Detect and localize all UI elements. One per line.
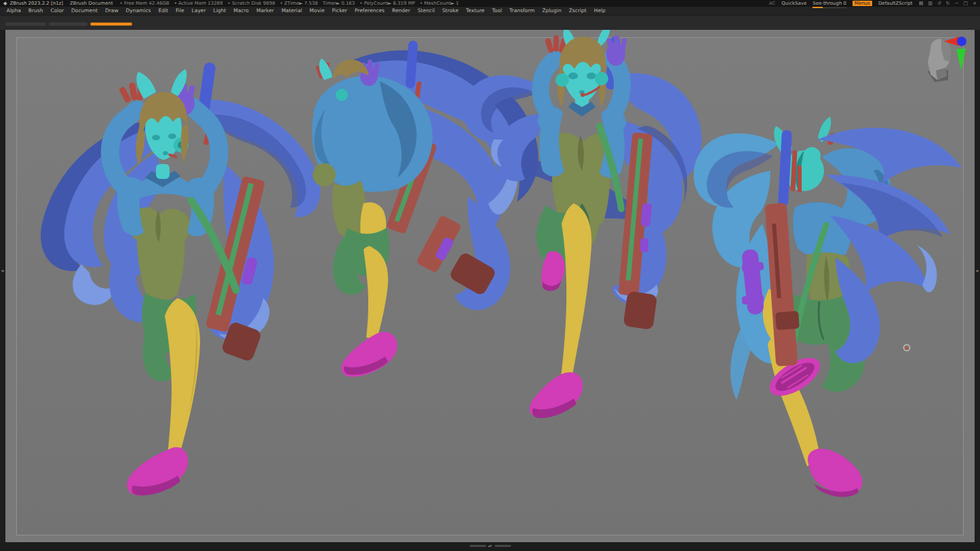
- menu-item[interactable]: Edit: [155, 7, 172, 15]
- left-tray-handle[interactable]: ◂▸: [0, 269, 5, 272]
- menu-item[interactable]: Movie: [306, 7, 328, 15]
- sculpt-view-4[interactable]: [694, 117, 962, 497]
- tablet-left-icon[interactable]: ▤: [919, 0, 924, 7]
- see-through-thumb[interactable]: [812, 7, 823, 8]
- document-title: ZBrush Document: [70, 0, 113, 7]
- sculpt-view-3[interactable]: [463, 30, 702, 418]
- shelf-tab-2[interactable]: [49, 22, 87, 26]
- menu-item[interactable]: Draw: [101, 7, 122, 15]
- stat-item: • Free Mem 42.46GB: [120, 0, 170, 7]
- menu-item[interactable]: Help: [590, 7, 609, 15]
- menu-item[interactable]: Zscript: [565, 7, 590, 15]
- menu-item[interactable]: Alpha: [3, 7, 24, 15]
- menu-item[interactable]: Dynamics: [122, 7, 155, 15]
- stat-item: • PolyCount► 6.319 MP: [359, 0, 415, 7]
- menu-item[interactable]: Tool: [488, 7, 506, 15]
- restore-icon[interactable]: □: [964, 0, 968, 7]
- cursor: [904, 345, 910, 351]
- stat-item: • Active Mem 13289: [174, 0, 223, 7]
- redo-icon[interactable]: ↻: [946, 0, 950, 7]
- menu-item[interactable]: Render: [389, 7, 414, 15]
- bottom-handle-left-bar: [469, 545, 486, 547]
- menu-item[interactable]: Picker: [328, 7, 351, 15]
- menu-item[interactable]: Stencil: [414, 7, 438, 15]
- stat-item: • Scratch Disk 9898: [228, 0, 275, 7]
- menu-item[interactable]: Material: [277, 7, 305, 15]
- menu-item[interactable]: Brush: [24, 7, 47, 15]
- menu-item[interactable]: Layer: [188, 7, 210, 15]
- menu-item[interactable]: Preferences: [351, 7, 388, 15]
- see-through-slider[interactable]: See-through 0: [812, 0, 846, 7]
- status-stats: • Free Mem 42.46GB• Active Mem 13289• Sc…: [120, 0, 459, 7]
- menu-bar: AlphaBrushColorDocumentDrawDynamicsEditF…: [0, 7, 980, 15]
- ac-toggle[interactable]: AC: [769, 0, 776, 7]
- title-bar: ◆ ZBrush 2023.2.2 [n1z] ZBrush Document …: [0, 0, 980, 7]
- zbrush-logo-icon: ◆: [3, 0, 7, 7]
- gizmo-z-axis: [957, 37, 966, 46]
- right-tray-handle[interactable]: ◂▸: [975, 269, 980, 272]
- right-tray-divider[interactable]: ◂▸: [975, 30, 980, 542]
- tablet-right-icon[interactable]: ▥: [928, 0, 933, 7]
- shelf-row: [0, 15, 980, 30]
- menu-item[interactable]: Color: [47, 7, 68, 15]
- bottom-tray-bar: ▴▾: [0, 542, 980, 551]
- undo-icon[interactable]: ↺: [937, 0, 941, 7]
- default-zscript-button[interactable]: DefaultZScript: [878, 0, 913, 7]
- app-title: ZBrush 2023.2.2 [n1z]: [9, 0, 63, 7]
- menu-item[interactable]: Light: [210, 7, 230, 15]
- menu-item[interactable]: File: [172, 7, 189, 15]
- stat-item: Timer► 0.163: [323, 0, 355, 7]
- menu-item[interactable]: Macro: [230, 7, 253, 15]
- gizmo-y-axis: [956, 49, 966, 70]
- camera-gizmo[interactable]: [928, 37, 966, 82]
- bottom-handle-right-bar: [494, 545, 511, 547]
- menu-item[interactable]: Marker: [252, 7, 277, 15]
- shelf-tab-active[interactable]: [90, 22, 132, 26]
- menus-button[interactable]: Menus: [852, 1, 872, 6]
- menu-item[interactable]: Stroke: [439, 7, 463, 15]
- shelf-tab-1[interactable]: [5, 22, 46, 26]
- menu-item[interactable]: Texture: [463, 7, 488, 15]
- bottom-handle-arrows-icon: ▴▾: [488, 545, 492, 547]
- menu-item[interactable]: Document: [68, 7, 102, 15]
- sculpt-view-1[interactable]: [41, 62, 320, 495]
- sculpt-scene[interactable]: [0, 30, 980, 542]
- quicksave-button[interactable]: QuickSave: [781, 0, 806, 7]
- viewport[interactable]: ◂▸ ◂▸: [0, 30, 980, 542]
- stat-item: • ZTime► 7.538: [280, 0, 318, 7]
- menu-item[interactable]: Zplugin: [538, 7, 565, 15]
- minimize-icon[interactable]: −: [955, 0, 959, 7]
- left-tray-divider[interactable]: ◂▸: [0, 30, 5, 542]
- menu-item[interactable]: Transform: [506, 7, 538, 15]
- stat-item: • MeshCount► 1: [420, 0, 459, 7]
- bottom-tray-handle[interactable]: ▴▾: [469, 545, 511, 547]
- see-through-label: See-through 0: [812, 1, 846, 6]
- close-icon[interactable]: ×: [973, 0, 977, 7]
